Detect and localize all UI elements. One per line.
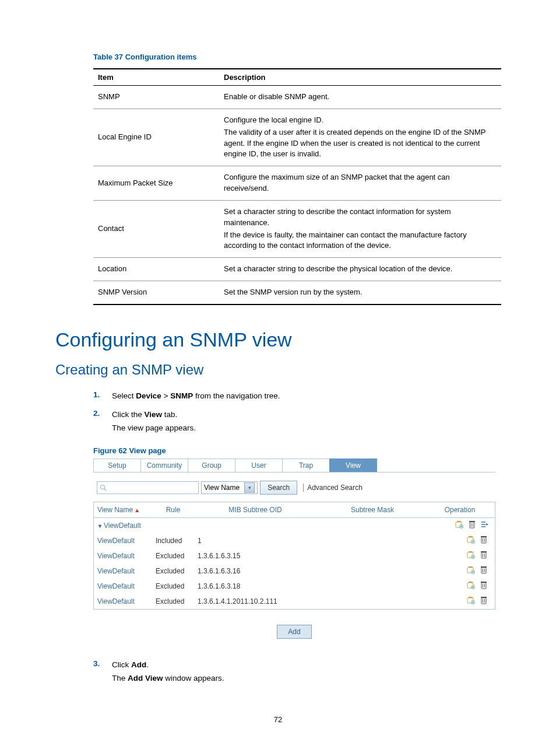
- text: Select: [112, 391, 136, 400]
- cell-rule: Excluded: [152, 565, 194, 578]
- config-desc: Configure the local engine ID.The validi…: [219, 108, 501, 166]
- page-number: 72: [55, 715, 501, 724]
- col-oid[interactable]: MIB Subtree OID: [194, 503, 316, 516]
- cell-mask: [316, 569, 428, 573]
- text: The: [112, 674, 128, 682]
- trash-icon[interactable]: [480, 596, 488, 604]
- trash-icon[interactable]: [480, 566, 488, 574]
- tab-user[interactable]: User: [235, 459, 283, 472]
- config-item: SNMP: [93, 86, 219, 109]
- text-bold: SNMP: [170, 391, 193, 400]
- config-item: Location: [93, 258, 219, 281]
- svg-rect-38: [481, 597, 487, 598]
- edit-icon[interactable]: [467, 566, 475, 574]
- cell-oid: 1.3.6.1.6.3.16: [194, 565, 316, 578]
- text-bold: Add: [131, 660, 146, 669]
- snmp-view-figure: SetupCommunityGroupUserTrapView View Nam…: [93, 459, 495, 645]
- cell-rule: Excluded: [152, 595, 194, 608]
- text: Click the: [112, 410, 145, 419]
- config-item: Maximum Packet Size: [93, 166, 219, 201]
- table-row: ViewDefaultIncluded1: [94, 533, 495, 548]
- step-number: 1.: [93, 388, 112, 404]
- step-number: 2.: [93, 407, 112, 436]
- trash-icon[interactable]: [480, 551, 488, 559]
- group-label: ViewDefault: [104, 522, 141, 530]
- edit-icon[interactable]: [467, 536, 475, 544]
- text: .: [146, 660, 149, 669]
- text-bold: View: [145, 410, 163, 419]
- edit-icon[interactable]: [467, 551, 475, 559]
- cell-view-name[interactable]: ViewDefault: [94, 595, 152, 608]
- tab-community[interactable]: Community: [140, 459, 188, 472]
- search-field-select[interactable]: View Name ▾: [201, 481, 258, 494]
- collapse-icon: ▼: [97, 523, 103, 529]
- table-row: ViewDefaultExcluded1.3.6.1.6.3.16: [94, 564, 495, 579]
- th-item: Item: [93, 69, 219, 86]
- svg-rect-19: [481, 552, 486, 558]
- tab-bar: SetupCommunityGroupUserTrapView: [93, 459, 495, 472]
- cell-rule: Excluded: [152, 580, 194, 593]
- config-item: Contact: [93, 200, 219, 257]
- view-group-row[interactable]: ▼ViewDefault: [94, 518, 495, 533]
- tab-view[interactable]: View: [329, 459, 377, 472]
- step-2: 2. Click the View tab. The view page app…: [93, 407, 501, 436]
- step-note: The view page appears.: [112, 422, 196, 435]
- table-caption: Table 37 Configuration items: [93, 52, 501, 61]
- heading-configuring: Configuring an SNMP view: [55, 328, 501, 351]
- cell-mask: [316, 538, 428, 543]
- tab-group[interactable]: Group: [188, 459, 235, 472]
- cell-view-name[interactable]: ViewDefault: [94, 550, 152, 562]
- col-view-name[interactable]: View Name▲: [94, 503, 152, 516]
- cell-view-name[interactable]: ViewDefault: [94, 580, 152, 593]
- advanced-search-link[interactable]: Advanced Search: [303, 484, 363, 492]
- svg-rect-4: [470, 522, 474, 528]
- col-label: View Name: [97, 506, 133, 514]
- chevron-down-icon: ▾: [244, 482, 255, 493]
- col-rule[interactable]: Rule: [152, 503, 194, 516]
- more-icon[interactable]: [481, 520, 489, 528]
- cell-view-name[interactable]: ViewDefault: [94, 534, 152, 547]
- add-button[interactable]: Add: [277, 625, 311, 639]
- cell-rule: Included: [152, 534, 194, 547]
- trash-icon[interactable]: [480, 581, 488, 589]
- config-desc: Set the SNMP version run by the system.: [219, 281, 501, 304]
- text-bold: Device: [136, 391, 161, 400]
- col-mask[interactable]: Subtree Mask: [316, 503, 428, 516]
- search-input[interactable]: [97, 481, 199, 494]
- col-operation: Operation: [428, 503, 494, 516]
- config-desc: Set a character string to describe the p…: [219, 258, 501, 281]
- search-button[interactable]: Search: [260, 481, 297, 495]
- text: >: [161, 391, 170, 400]
- svg-rect-14: [481, 536, 487, 537]
- trash-icon[interactable]: [480, 536, 488, 544]
- text: from the navigation tree.: [193, 391, 280, 400]
- svg-rect-13: [481, 537, 486, 543]
- sort-asc-icon: ▲: [134, 507, 140, 513]
- text: window appears.: [163, 674, 224, 682]
- cell-rule: Excluded: [152, 550, 194, 562]
- select-label: View Name: [204, 484, 240, 492]
- cell-view-name[interactable]: ViewDefault: [94, 565, 152, 578]
- edit-icon[interactable]: [467, 596, 475, 604]
- cell-mask: [316, 554, 428, 558]
- svg-rect-25: [481, 568, 486, 573]
- svg-rect-5: [469, 521, 475, 522]
- svg-line-1: [104, 489, 106, 491]
- cell-mask: [316, 584, 428, 589]
- cell-oid: 1.3.6.1.6.3.15: [194, 550, 316, 562]
- tab-setup[interactable]: Setup: [93, 459, 141, 472]
- cell-oid: 1.3.6.1.4.1.2011.10.2.111: [194, 595, 316, 608]
- tab-trap[interactable]: Trap: [282, 459, 330, 472]
- svg-point-0: [101, 485, 105, 489]
- table-row: ViewDefaultExcluded1.3.6.1.6.3.15: [94, 548, 495, 564]
- step-1: 1. Select Device > SNMP from the navigat…: [93, 388, 501, 404]
- config-item: Local Engine ID: [93, 108, 219, 166]
- cell-mask: [316, 599, 428, 604]
- trash-icon[interactable]: [468, 520, 476, 528]
- search-icon: [99, 484, 107, 492]
- heading-creating: Creating an SNMP view: [55, 362, 501, 378]
- edit-icon[interactable]: [455, 520, 463, 528]
- config-desc: Enable or disable SNMP agent.: [219, 86, 501, 109]
- cell-oid: 1: [194, 534, 316, 547]
- edit-icon[interactable]: [467, 581, 475, 589]
